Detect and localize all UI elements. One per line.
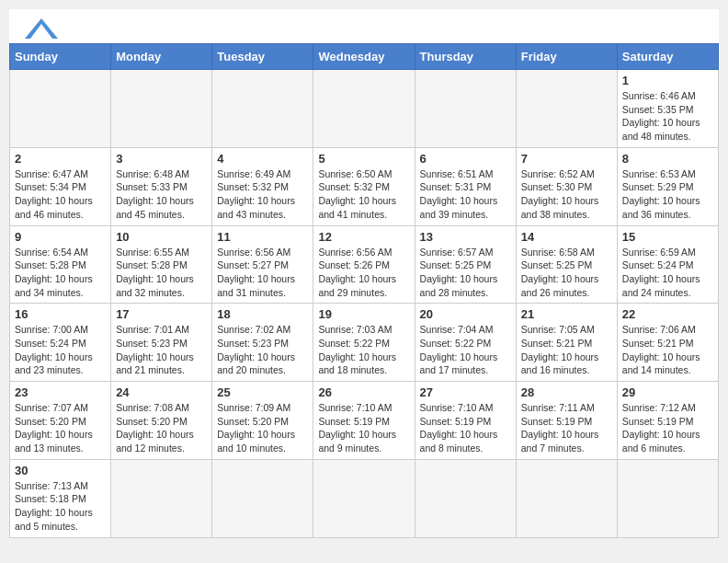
- day-info: Sunrise: 7:05 AM Sunset: 5:21 PM Dayligh…: [521, 323, 612, 377]
- calendar-cell: [10, 70, 111, 148]
- calendar-container: SundayMondayTuesdayWednesdayThursdayFrid…: [9, 9, 719, 538]
- day-info: Sunrise: 6:56 AM Sunset: 5:27 PM Dayligh…: [217, 246, 308, 300]
- calendar-week-row: 30Sunrise: 7:13 AM Sunset: 5:18 PM Dayli…: [10, 459, 719, 537]
- day-number: 9: [15, 230, 106, 244]
- day-number: 13: [420, 230, 511, 244]
- day-number: 1: [622, 74, 713, 87]
- weekday-header: Thursday: [415, 44, 516, 70]
- calendar-cell: [516, 70, 617, 148]
- calendar-table: SundayMondayTuesdayWednesdayThursdayFrid…: [9, 43, 719, 538]
- day-info: Sunrise: 7:13 AM Sunset: 5:18 PM Dayligh…: [15, 479, 106, 534]
- calendar-cell: 17Sunrise: 7:01 AM Sunset: 5:23 PM Dayli…: [111, 304, 212, 382]
- day-info: Sunrise: 6:54 AM Sunset: 5:28 PM Dayligh…: [15, 246, 106, 300]
- calendar-cell: [313, 459, 415, 537]
- day-info: Sunrise: 7:10 AM Sunset: 5:19 PM Dayligh…: [318, 401, 409, 455]
- calendar-cell: 18Sunrise: 7:02 AM Sunset: 5:23 PM Dayli…: [212, 304, 313, 382]
- calendar-cell: 2Sunrise: 6:47 AM Sunset: 5:34 PM Daylig…: [10, 147, 111, 225]
- day-number: 2: [15, 152, 106, 166]
- day-number: 29: [622, 385, 713, 399]
- calendar-cell: 22Sunrise: 7:06 AM Sunset: 5:21 PM Dayli…: [617, 304, 718, 382]
- day-number: 18: [217, 307, 308, 321]
- calendar-cell: [516, 459, 617, 537]
- day-info: Sunrise: 7:01 AM Sunset: 5:23 PM Dayligh…: [116, 323, 207, 377]
- calendar-cell: 5Sunrise: 6:50 AM Sunset: 5:32 PM Daylig…: [313, 147, 415, 225]
- calendar-cell: 23Sunrise: 7:07 AM Sunset: 5:20 PM Dayli…: [10, 382, 111, 460]
- calendar-cell: 27Sunrise: 7:10 AM Sunset: 5:19 PM Dayli…: [415, 382, 516, 460]
- day-info: Sunrise: 6:51 AM Sunset: 5:31 PM Dayligh…: [420, 167, 511, 222]
- day-info: Sunrise: 6:57 AM Sunset: 5:25 PM Dayligh…: [420, 246, 511, 300]
- day-number: 5: [318, 152, 409, 166]
- calendar-cell: 12Sunrise: 6:56 AM Sunset: 5:26 PM Dayli…: [313, 225, 415, 304]
- day-info: Sunrise: 6:53 AM Sunset: 5:29 PM Dayligh…: [622, 167, 713, 222]
- day-number: 27: [420, 385, 511, 399]
- weekday-header: Tuesday: [212, 44, 313, 70]
- day-info: Sunrise: 6:52 AM Sunset: 5:30 PM Dayligh…: [521, 167, 612, 222]
- day-info: Sunrise: 7:09 AM Sunset: 5:20 PM Dayligh…: [217, 401, 308, 455]
- calendar-cell: 24Sunrise: 7:08 AM Sunset: 5:20 PM Dayli…: [111, 382, 212, 460]
- day-number: 20: [420, 307, 511, 321]
- day-number: 23: [15, 385, 106, 399]
- weekday-header: Monday: [111, 44, 212, 70]
- day-info: Sunrise: 7:04 AM Sunset: 5:22 PM Dayligh…: [420, 323, 511, 377]
- day-info: Sunrise: 6:48 AM Sunset: 5:33 PM Dayligh…: [116, 167, 207, 222]
- calendar-cell: 8Sunrise: 6:53 AM Sunset: 5:29 PM Daylig…: [617, 147, 718, 225]
- calendar-cell: 21Sunrise: 7:05 AM Sunset: 5:21 PM Dayli…: [516, 304, 617, 382]
- day-number: 25: [217, 385, 308, 399]
- weekday-header: Friday: [516, 44, 617, 70]
- day-number: 6: [420, 152, 511, 166]
- calendar-cell: 6Sunrise: 6:51 AM Sunset: 5:31 PM Daylig…: [415, 147, 516, 225]
- day-number: 11: [217, 230, 308, 244]
- weekday-header: Saturday: [617, 44, 718, 70]
- day-number: 17: [116, 307, 207, 321]
- calendar-cell: 28Sunrise: 7:11 AM Sunset: 5:19 PM Dayli…: [516, 382, 617, 460]
- calendar-header: SundayMondayTuesdayWednesdayThursdayFrid…: [10, 44, 719, 70]
- day-info: Sunrise: 7:07 AM Sunset: 5:20 PM Dayligh…: [15, 401, 106, 455]
- calendar-cell: 13Sunrise: 6:57 AM Sunset: 5:25 PM Dayli…: [415, 225, 516, 304]
- day-info: Sunrise: 6:46 AM Sunset: 5:35 PM Dayligh…: [622, 89, 713, 144]
- header: [9, 9, 719, 43]
- weekday-header: Sunday: [10, 44, 111, 70]
- day-info: Sunrise: 7:08 AM Sunset: 5:20 PM Dayligh…: [116, 401, 207, 455]
- day-number: 3: [116, 152, 207, 166]
- calendar-cell: 29Sunrise: 7:12 AM Sunset: 5:19 PM Dayli…: [617, 382, 718, 460]
- day-number: 19: [318, 307, 409, 321]
- day-info: Sunrise: 7:00 AM Sunset: 5:24 PM Dayligh…: [15, 323, 106, 377]
- day-info: Sunrise: 7:06 AM Sunset: 5:21 PM Dayligh…: [622, 323, 713, 377]
- calendar-cell: 14Sunrise: 6:58 AM Sunset: 5:25 PM Dayli…: [516, 225, 617, 304]
- calendar-week-row: 16Sunrise: 7:00 AM Sunset: 5:24 PM Dayli…: [10, 304, 719, 382]
- day-info: Sunrise: 6:56 AM Sunset: 5:26 PM Dayligh…: [318, 246, 409, 300]
- day-number: 8: [622, 152, 713, 166]
- day-number: 4: [217, 152, 308, 166]
- weekday-row: SundayMondayTuesdayWednesdayThursdayFrid…: [10, 44, 719, 70]
- day-number: 24: [116, 385, 207, 399]
- day-info: Sunrise: 7:12 AM Sunset: 5:19 PM Dayligh…: [622, 401, 713, 455]
- calendar-body: 1Sunrise: 6:46 AM Sunset: 5:35 PM Daylig…: [10, 70, 719, 538]
- day-info: Sunrise: 6:50 AM Sunset: 5:32 PM Dayligh…: [318, 167, 409, 222]
- day-info: Sunrise: 6:58 AM Sunset: 5:25 PM Dayligh…: [521, 246, 612, 300]
- calendar-cell: 19Sunrise: 7:03 AM Sunset: 5:22 PM Dayli…: [313, 304, 415, 382]
- calendar-cell: 25Sunrise: 7:09 AM Sunset: 5:20 PM Dayli…: [212, 382, 313, 460]
- calendar-cell: [415, 459, 516, 537]
- calendar-week-row: 23Sunrise: 7:07 AM Sunset: 5:20 PM Dayli…: [10, 382, 719, 460]
- calendar-cell: 11Sunrise: 6:56 AM Sunset: 5:27 PM Dayli…: [212, 225, 313, 304]
- logo: [23, 18, 58, 39]
- calendar-week-row: 1Sunrise: 6:46 AM Sunset: 5:35 PM Daylig…: [10, 70, 719, 148]
- day-number: 26: [318, 385, 409, 399]
- calendar-cell: [617, 459, 718, 537]
- day-number: 16: [15, 307, 106, 321]
- day-info: Sunrise: 7:11 AM Sunset: 5:19 PM Dayligh…: [521, 401, 612, 455]
- calendar-week-row: 9Sunrise: 6:54 AM Sunset: 5:28 PM Daylig…: [10, 225, 719, 304]
- calendar-cell: 30Sunrise: 7:13 AM Sunset: 5:18 PM Dayli…: [10, 459, 111, 537]
- calendar-cell: 4Sunrise: 6:49 AM Sunset: 5:32 PM Daylig…: [212, 147, 313, 225]
- calendar-cell: 16Sunrise: 7:00 AM Sunset: 5:24 PM Dayli…: [10, 304, 111, 382]
- calendar-cell: 15Sunrise: 6:59 AM Sunset: 5:24 PM Dayli…: [617, 225, 718, 304]
- calendar-cell: [111, 459, 212, 537]
- calendar-week-row: 2Sunrise: 6:47 AM Sunset: 5:34 PM Daylig…: [10, 147, 719, 225]
- calendar-cell: [313, 70, 415, 148]
- day-number: 10: [116, 230, 207, 244]
- day-number: 15: [622, 230, 713, 244]
- day-number: 12: [318, 230, 409, 244]
- calendar-cell: [111, 70, 212, 148]
- calendar-cell: 3Sunrise: 6:48 AM Sunset: 5:33 PM Daylig…: [111, 147, 212, 225]
- day-number: 30: [15, 464, 106, 477]
